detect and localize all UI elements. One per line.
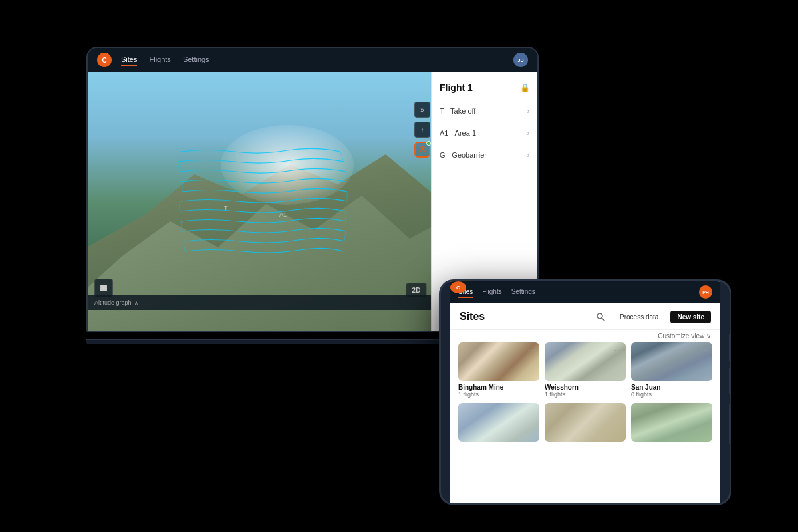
tablet-nav-links: Sites Flights Settings xyxy=(458,288,535,297)
laptop-nav-sites[interactable]: Sites xyxy=(121,55,137,65)
tablet-logo-icon: C xyxy=(450,281,466,293)
tablet-nav-settings[interactable]: Settings xyxy=(511,288,535,297)
tablet-button-1[interactable] xyxy=(729,334,732,361)
sites-grid: ⋯ Bingham Mine 1 flights ⋯ Weisshorn 1 f… xyxy=(450,342,720,447)
svg-rect-3 xyxy=(100,287,107,289)
tablet: C Sites Flights Settings PH Sites xyxy=(439,279,732,505)
drone-view-button[interactable]: ⦿ xyxy=(414,142,430,158)
altitude-toggle-icon: ∧ xyxy=(134,300,138,306)
panel-item-area1[interactable]: A1 - Area 1 › xyxy=(432,122,537,144)
site-card-6[interactable] xyxy=(631,403,712,442)
tablet-header-actions: Process data New site xyxy=(593,309,711,324)
tablet-screen: C Sites Flights Settings PH Sites xyxy=(450,281,720,503)
svg-line-6 xyxy=(602,319,605,321)
site-card-5[interactable] xyxy=(545,403,626,442)
site-flights-sanjuan: 0 flights xyxy=(631,391,712,398)
laptop-nav-settings[interactable]: Settings xyxy=(183,55,209,65)
panel-item-takeoff[interactable]: T - Take off › xyxy=(432,100,537,122)
svg-point-5 xyxy=(597,313,602,319)
lock-icon: 🔒 xyxy=(520,83,529,92)
tablet-body: C Sites Flights Settings PH Sites xyxy=(439,279,732,505)
map-layers-button[interactable] xyxy=(94,279,113,297)
panel-title: Flight 1 xyxy=(440,82,473,93)
site-menu-sanjuan[interactable]: ⋯ xyxy=(699,345,710,356)
laptop-nav-flights[interactable]: Flights xyxy=(149,55,170,65)
site-flights-bingham: 1 flights xyxy=(458,391,539,398)
new-site-button[interactable]: New site xyxy=(670,311,711,323)
chevron-right-icon-2: › xyxy=(527,130,529,137)
svg-text:A1: A1 xyxy=(279,211,287,218)
tablet-page-title: Sites xyxy=(460,311,485,323)
site-card-weisshorn[interactable]: ⋯ Weisshorn 1 flights xyxy=(545,342,626,398)
process-data-button[interactable]: Process data xyxy=(614,311,664,323)
site-name-sanjuan: San Juan xyxy=(631,384,712,391)
altitude-label: Altitude graph xyxy=(94,299,132,306)
tablet-content-header: Sites Process data New site xyxy=(450,303,720,330)
site-menu-bingham[interactable]: ⋯ xyxy=(526,345,537,356)
customize-view[interactable]: Customize view ∨ xyxy=(450,330,720,342)
panel-item-area1-label: A1 - Area 1 xyxy=(440,129,476,137)
site-menu-weisshorn[interactable]: ⋯ xyxy=(612,345,623,356)
tablet-button-2[interactable] xyxy=(729,368,732,394)
site-name-weisshorn: Weisshorn xyxy=(545,384,626,391)
laptop-nav-links: Sites Flights Settings xyxy=(121,55,209,65)
tablet-navbar: C Sites Flights Settings PH xyxy=(450,281,720,303)
site-card-sanjuan[interactable]: ⋯ San Juan 0 flights xyxy=(631,342,712,398)
chevron-right-icon: › xyxy=(527,108,529,115)
tablet-content: Sites Process data New site xyxy=(450,303,720,503)
panel-header: Flight 1 🔒 xyxy=(432,72,537,100)
laptop-navbar: C Sites Flights Settings JD xyxy=(88,48,537,72)
site-name-bingham: Bingham Mine xyxy=(458,384,539,391)
site-card-bingham[interactable]: ⋯ Bingham Mine 1 flights xyxy=(458,342,539,398)
site-flights-weisshorn: 1 flights xyxy=(545,391,626,398)
tablet-button-3[interactable] xyxy=(729,404,732,444)
tablet-nav-flights[interactable]: Flights xyxy=(482,288,501,297)
tablet-avatar: PH xyxy=(699,285,712,299)
panel-item-geobarrier[interactable]: G - Geobarrier › xyxy=(432,144,537,166)
drone-status-dot xyxy=(426,141,431,146)
laptop-avatar: JD xyxy=(513,53,528,67)
site-thumbnail-5 xyxy=(545,403,626,442)
chevron-right-icon-3: › xyxy=(527,152,529,159)
site-thumbnail-6 xyxy=(631,403,712,442)
panel-item-geobarrier-label: G - Geobarrier xyxy=(440,151,487,159)
map-expand-button[interactable]: » xyxy=(414,102,430,118)
search-button[interactable] xyxy=(593,309,608,324)
drone-icon: ⦿ xyxy=(419,146,426,154)
flight-paths: T A1 xyxy=(168,138,367,285)
upload-button[interactable]: ↑ xyxy=(414,122,430,138)
altitude-bar[interactable]: Altitude graph ∧ xyxy=(88,295,434,310)
site-card-4[interactable] xyxy=(458,403,539,442)
svg-rect-2 xyxy=(100,285,107,287)
site-thumbnail-4 xyxy=(458,403,539,442)
svg-rect-4 xyxy=(100,289,107,291)
scene: C Sites Flights Settings JD xyxy=(0,0,798,532)
logo-icon: C xyxy=(97,53,112,67)
svg-text:T: T xyxy=(224,205,228,211)
panel-item-takeoff-label: T - Take off xyxy=(440,107,475,115)
